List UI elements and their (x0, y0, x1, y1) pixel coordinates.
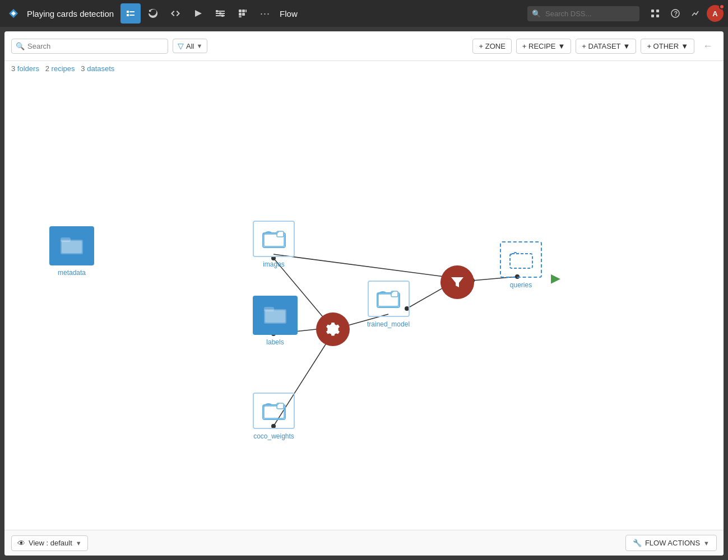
avatar-notification-badge (719, 4, 725, 10)
images-node[interactable]: images (253, 221, 295, 268)
metadata-node[interactable]: metadata (49, 226, 94, 277)
flow-actions-label: FLOW ACTIONS (645, 539, 700, 547)
view-eye-icon: 👁 (17, 539, 25, 548)
filter-recipe-node[interactable] (440, 265, 474, 299)
folders-count: 3 (11, 64, 15, 73)
datasets-count: 3 (81, 64, 85, 73)
main-container: 🔍 ▽ All ▼ + ZONE + RECIPE ▼ + DATASET ▼ … (4, 31, 724, 556)
back-btn[interactable]: ← (699, 37, 717, 55)
queries-node[interactable]: queries (500, 241, 542, 289)
flow-actions-wrench-icon: 🔧 (633, 539, 642, 547)
user-avatar[interactable]: A (707, 5, 724, 22)
nav-right-icons: ? A (646, 4, 724, 22)
flow-canvas: metadata images (4, 76, 724, 530)
other-dropdown-icon: ▼ (681, 42, 688, 50)
coco-weights-label: coco_weights (253, 432, 294, 440)
filter-icon: ▽ (178, 41, 184, 50)
trained-model-folder-icon (368, 281, 410, 317)
add-dataset-btn[interactable]: + DATASET ▼ (576, 39, 636, 54)
toolbar-search-wrap: 🔍 (11, 39, 168, 54)
flow-nav-btn[interactable] (120, 3, 141, 24)
stats-bar: 3 folders 2 recipes 3 datasets (4, 61, 724, 76)
apps-icon[interactable] (646, 4, 664, 22)
trained-model-node[interactable]: trained_model (367, 281, 410, 328)
toolbar: 🔍 ▽ All ▼ + ZONE + RECIPE ▼ + DATASET ▼ … (4, 31, 724, 61)
run-btn[interactable]: ▶ (551, 271, 560, 286)
add-other-btn[interactable]: + OTHER ▼ (641, 39, 694, 54)
svg-rect-8 (245, 10, 247, 12)
folders-link[interactable]: folders (17, 64, 39, 73)
svg-rect-10 (242, 13, 245, 16)
toolbar-search-input[interactable] (11, 39, 168, 54)
datasets-link[interactable]: datasets (87, 64, 114, 73)
filter-label: All (186, 42, 194, 50)
queries-label: queries (510, 281, 532, 289)
analytics-icon[interactable] (687, 4, 704, 22)
filter-arrow-icon: ▼ (196, 43, 202, 49)
svg-rect-6 (239, 10, 242, 12)
coco-weights-folder-icon (253, 393, 295, 429)
labels-label: labels (266, 338, 284, 346)
flow-label: Flow (280, 9, 298, 18)
flow-actions-dropdown-icon: ▼ (703, 540, 710, 547)
filter-select[interactable]: ▽ All ▼ (173, 39, 207, 53)
recipe-dropdown-icon: ▼ (558, 42, 565, 50)
svg-rect-15 (656, 15, 659, 17)
labels-node[interactable]: labels (253, 296, 298, 346)
labels-folder-icon (253, 296, 298, 335)
metadata-folder-icon (49, 226, 94, 265)
queries-folder-icon (500, 241, 542, 278)
view-label: View : default (29, 539, 72, 547)
settings-nav-btn[interactable] (210, 3, 230, 24)
filter-recipe-icon (440, 265, 474, 299)
svg-rect-9 (239, 13, 242, 16)
svg-rect-50 (510, 254, 532, 268)
svg-line-23 (273, 254, 453, 278)
coco-weights-node[interactable]: coco_weights (253, 393, 295, 440)
code-nav-btn[interactable] (165, 3, 186, 24)
gear-recipe-node[interactable] (316, 312, 350, 346)
view-dropdown-icon: ▼ (76, 540, 82, 547)
images-folder-icon (253, 221, 295, 257)
recipes-link[interactable]: recipes (52, 64, 75, 73)
svg-rect-13 (656, 10, 659, 12)
svg-rect-14 (651, 15, 654, 17)
svg-rect-4 (219, 12, 221, 15)
svg-rect-12 (651, 10, 654, 12)
connections-svg (4, 76, 724, 530)
nav-search-input[interactable] (527, 6, 639, 21)
images-label: images (263, 260, 285, 268)
recipes-count: 2 (45, 64, 49, 73)
more-nav-btn[interactable]: ··· (255, 3, 275, 24)
gear-recipe-icon (316, 312, 350, 346)
project-name: Playing cards detection (27, 9, 114, 18)
search-wrap: 🔍 (527, 6, 639, 21)
refresh-nav-btn[interactable] (143, 3, 163, 24)
svg-rect-41 (265, 310, 285, 323)
metadata-label: metadata (58, 269, 86, 277)
trained-model-label: trained_model (367, 320, 410, 328)
add-recipe-btn[interactable]: + RECIPE ▼ (516, 39, 571, 54)
flow-actions-btn[interactable]: 🔧 FLOW ACTIONS ▼ (625, 535, 717, 551)
svg-rect-11 (239, 16, 242, 17)
svg-text:?: ? (674, 10, 678, 17)
avatar-letter: A (712, 10, 717, 18)
svg-rect-34 (62, 241, 82, 253)
grid-nav-btn[interactable] (233, 3, 253, 24)
navbar: Playing cards detection ··· Flow 🔍 ? A (0, 0, 728, 27)
svg-rect-3 (216, 10, 218, 12)
bottom-bar: 👁 View : default ▼ 🔧 FLOW ACTIONS ▼ (4, 530, 724, 556)
play-nav-btn[interactable] (188, 3, 208, 24)
svg-rect-7 (242, 10, 245, 12)
dataset-dropdown-icon: ▼ (623, 42, 630, 50)
add-zone-btn[interactable]: + ZONE (472, 39, 511, 54)
svg-rect-5 (221, 15, 224, 17)
logo[interactable] (4, 4, 22, 22)
view-select[interactable]: 👁 View : default ▼ (11, 535, 88, 551)
help-icon[interactable]: ? (666, 4, 684, 22)
